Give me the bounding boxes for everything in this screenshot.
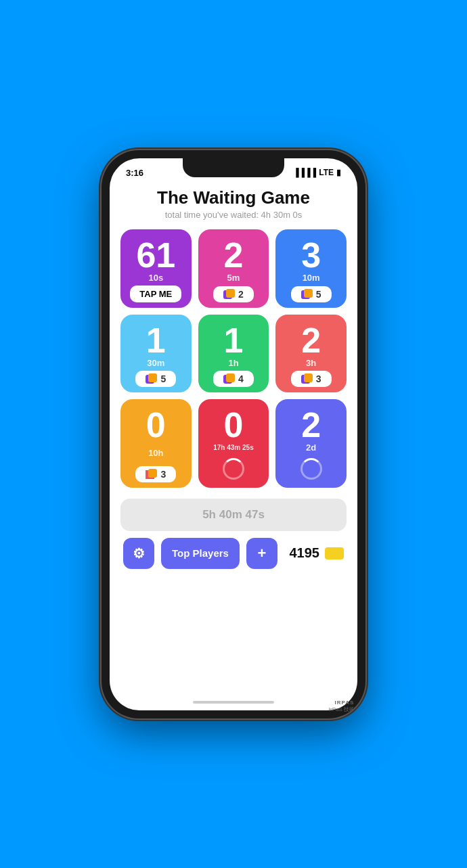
timer-bar-container: 5h 40m 47s: [120, 499, 347, 531]
game-grid: 61 10s TAP ME 2 5m 2: [120, 229, 347, 488]
card-count-7: 3: [160, 469, 166, 480]
coin-icon-5: [223, 373, 236, 384]
timer-display: 5h 40m 47s: [202, 508, 265, 521]
coin-icon-6: [301, 373, 313, 384]
card-time-5: 1h: [228, 358, 238, 368]
card-time-2: 5m: [227, 273, 240, 283]
card-count-6: 3: [316, 373, 321, 384]
card-badge-3: 5: [291, 286, 332, 302]
loading-spinner-8: [223, 458, 244, 480]
bottom-toolbar: ⚙ Top Players + 4195: [120, 538, 347, 580]
signal-icon: ▐▐▐▐: [293, 168, 316, 177]
battery-icon: ▮: [336, 168, 341, 177]
settings-button[interactable]: ⚙: [123, 538, 154, 569]
card-number-1: 61: [136, 237, 175, 273]
main-content: The Waiting Game total time you've waite…: [110, 181, 357, 694]
card-time-4: 30m: [147, 358, 164, 368]
card-number-3: 3: [301, 237, 321, 273]
card-number-4: 1: [146, 323, 166, 358]
card-badge-2: 2: [213, 286, 254, 302]
game-card-6[interactable]: 2 3h 3: [275, 315, 347, 392]
coin-icon-4: [146, 373, 158, 384]
card-number-7: 0: [146, 407, 166, 442]
card-time-7: 10h: [148, 448, 163, 458]
phone-frame: 3:16 ▐▐▐▐ LTE ▮ The Waiting Game total t…: [102, 150, 365, 718]
add-button[interactable]: +: [246, 538, 277, 569]
game-card-8[interactable]: 0 17h 43m 25s: [198, 399, 269, 488]
app-subtitle: total time you've waited: 4h 30m 0s: [120, 210, 347, 220]
phone-screen: 3:16 ▐▐▐▐ LTE ▮ The Waiting Game total t…: [110, 158, 357, 710]
carrier-label: LTE: [319, 168, 334, 177]
card-badge-7: 3: [135, 466, 176, 482]
coin-icon-3: [301, 289, 313, 300]
phone-notch: [183, 158, 284, 177]
timer-bar: 5h 40m 47s: [120, 499, 347, 531]
card-badge-4: 5: [135, 371, 176, 387]
game-card-3[interactable]: 3 10m 5: [275, 229, 347, 308]
card-count-3: 5: [316, 289, 321, 300]
card-number-6: 2: [301, 323, 321, 358]
home-bar: [110, 694, 357, 710]
score-display: 4195: [284, 545, 344, 561]
game-card-2[interactable]: 2 5m 2: [198, 229, 269, 308]
card-time-3: 10m: [303, 273, 320, 283]
card-tap-btn-1[interactable]: TAP ME: [130, 285, 181, 302]
card-number-8: 0: [224, 407, 244, 442]
status-icons: ▐▐▐▐ LTE ▮: [293, 168, 341, 177]
card-count-2: 2: [238, 289, 244, 300]
game-card-5[interactable]: 1 1h 4: [198, 315, 269, 392]
card-count-4: 5: [160, 373, 166, 384]
score-coin-icon: [325, 547, 344, 559]
loading-spinner-9: [301, 458, 322, 480]
score-value: 4195: [290, 545, 320, 561]
watermark: IRPAS IrPaS 技術客: [329, 700, 360, 713]
app-title: The Waiting Game: [120, 187, 347, 208]
card-number-2: 2: [224, 237, 244, 273]
watermark-text: IrPaS 技術客: [329, 706, 360, 713]
gear-icon: ⚙: [133, 545, 145, 562]
game-card-7[interactable]: 0 10h 3: [120, 399, 192, 488]
card-time-9: 2d: [306, 442, 316, 453]
home-bar-line: [193, 701, 274, 704]
game-card-4[interactable]: 1 30m 5: [120, 315, 192, 392]
card-count-5: 4: [238, 373, 244, 384]
card-badge-5: 4: [213, 371, 254, 387]
coin-icon-2: [223, 289, 236, 300]
top-players-button[interactable]: Top Players: [161, 538, 240, 569]
plus-icon: +: [257, 545, 266, 562]
status-time: 3:16: [126, 168, 143, 178]
card-number-5: 1: [224, 323, 244, 358]
coin-icon-7: [146, 469, 158, 480]
game-card-9[interactable]: 2 2d: [275, 399, 347, 488]
card-time-8: 17h 43m 25s: [213, 444, 254, 451]
card-number-9: 2: [301, 407, 321, 442]
game-card-1[interactable]: 61 10s TAP ME: [120, 229, 192, 308]
card-time-1: 10s: [148, 273, 163, 283]
top-players-label: Top Players: [172, 547, 229, 559]
card-badge-6: 3: [291, 371, 332, 387]
card-time-6: 3h: [306, 358, 316, 368]
